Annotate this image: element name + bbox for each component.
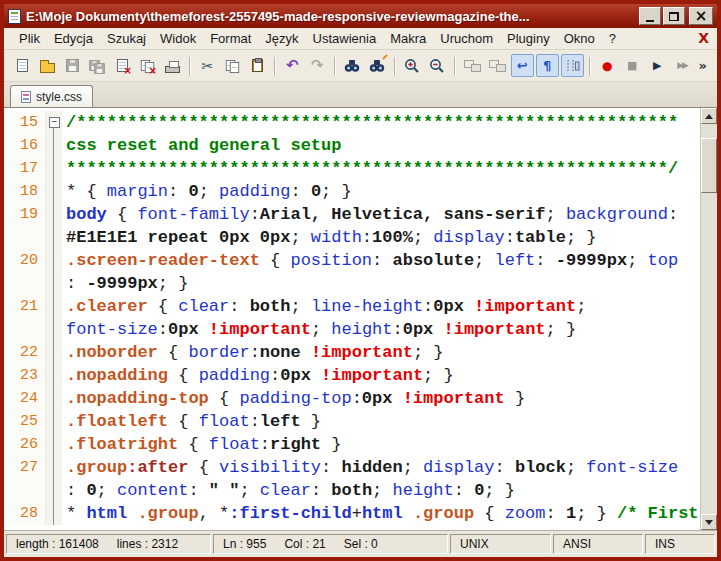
binoculars-replace-icon (369, 58, 385, 73)
zoom-out-button[interactable] (426, 54, 449, 77)
line-number[interactable]: 25 (4, 410, 46, 433)
line-number[interactable]: 27 (4, 456, 46, 479)
sync-horizontal-scroll-button[interactable] (486, 54, 509, 77)
code-text[interactable]: .noborder { border:none !important; } (62, 341, 700, 364)
line-number[interactable]: 15 (4, 111, 46, 134)
scroll-up-button[interactable] (701, 108, 717, 124)
line-number[interactable] (4, 479, 46, 502)
close-file-button[interactable]: × (111, 54, 134, 77)
playback-macro-button[interactable]: ▶ (646, 54, 669, 77)
redo-arrow-icon: ↷ (311, 58, 324, 73)
menu-item-ustawienia[interactable]: Ustawienia (306, 29, 384, 48)
app-icon[interactable] (8, 9, 21, 24)
toolbar-overflow-button[interactable]: » (695, 59, 711, 72)
save-all-button[interactable] (86, 54, 109, 77)
menu-item-pluginy[interactable]: Pluginy (500, 29, 557, 48)
start-recording-button[interactable]: ● (596, 54, 619, 77)
line-number[interactable] (4, 226, 46, 249)
line-number[interactable] (4, 272, 46, 295)
toolbar-separator (189, 57, 191, 75)
code-text[interactable]: #E1E1E1 repeat 0px 0px; width:100%; disp… (62, 226, 700, 249)
code-text[interactable]: .floatright { float:right } (62, 433, 700, 456)
paste-button[interactable] (246, 54, 269, 77)
cut-button[interactable]: ✂ (196, 54, 219, 77)
restore-button[interactable] (663, 7, 685, 25)
fold-guide (46, 249, 62, 272)
undo-button[interactable]: ↶ (281, 54, 304, 77)
new-file-button[interactable] (11, 54, 34, 77)
replace-button[interactable] (366, 54, 389, 77)
close-all-button[interactable]: × (136, 54, 159, 77)
scroll-down-button[interactable] (701, 514, 717, 530)
status-eol-label: UNIX (460, 537, 489, 551)
line-number[interactable]: 28 (4, 502, 46, 525)
line-number[interactable]: 26 (4, 433, 46, 456)
redo-button[interactable]: ↷ (306, 54, 329, 77)
line-number[interactable]: 18 (4, 180, 46, 203)
code-area[interactable]: 15−/************************************… (4, 108, 700, 530)
line-number[interactable]: 19 (4, 203, 46, 226)
close-all-icon: × (140, 57, 155, 74)
toolbar-separator (589, 57, 591, 75)
sync-vertical-scroll-button[interactable] (461, 54, 484, 77)
copy-button[interactable] (221, 54, 244, 77)
close-button[interactable]: × (689, 7, 713, 25)
show-indent-guide-button[interactable] (561, 54, 584, 77)
open-folder-icon (40, 59, 55, 73)
code-text[interactable]: .group:after { visibility: hidden; displ… (62, 456, 700, 479)
zoom-in-button[interactable] (401, 54, 424, 77)
minimize-icon (646, 20, 654, 22)
menu-item-szukaj[interactable]: Szukaj (100, 29, 153, 48)
code-text[interactable]: css reset and general setup (62, 134, 700, 157)
code-text[interactable]: * html .group, *:first-child+html .group… (62, 502, 700, 525)
code-text[interactable]: font-size:0px !important; height:0px !im… (62, 318, 700, 341)
code-text[interactable]: : 0; content: " "; clear: both; height: … (62, 479, 700, 502)
code-text[interactable]: body { font-family:Arial, Helvetica, san… (62, 203, 700, 226)
line-number[interactable]: 22 (4, 341, 46, 364)
scrollbar-track[interactable] (701, 124, 717, 514)
menu-item-format[interactable]: Format (203, 29, 258, 48)
code-text[interactable]: .clearer { clear: both; line-height:0px … (62, 295, 700, 318)
toolbar-separator (274, 57, 276, 75)
fold-guide (46, 157, 62, 180)
scrollbar-thumb[interactable] (701, 138, 717, 193)
code-text[interactable]: * { margin: 0; padding: 0; } (62, 180, 700, 203)
print-button[interactable] (161, 54, 184, 77)
code-text[interactable]: .screen-reader-text { position: absolute… (62, 249, 700, 272)
tab-style-css[interactable]: style.css (10, 85, 93, 107)
line-number[interactable]: 21 (4, 295, 46, 318)
code-text[interactable]: ****************************************… (62, 157, 700, 180)
code-text[interactable]: .floatleft { float:left } (62, 410, 700, 433)
fold-collapse-icon[interactable]: − (46, 111, 62, 134)
menu-item-plik[interactable]: Plik (12, 29, 47, 48)
vertical-scrollbar[interactable] (700, 108, 717, 530)
code-row: 24.nopadding-top { padding-top:0px !impo… (4, 387, 700, 410)
code-text[interactable]: /***************************************… (62, 111, 700, 134)
menu-item-edycja[interactable]: Edycja (47, 29, 100, 48)
code-text[interactable]: .nopadding { padding:0px !important; } (62, 364, 700, 387)
save-button[interactable] (61, 54, 84, 77)
menu-item-help[interactable]: ? (602, 29, 623, 48)
code-text[interactable]: .nopadding-top { padding-top:0px !import… (62, 387, 700, 410)
line-number[interactable]: 20 (4, 249, 46, 272)
menu-item-okno[interactable]: Okno (557, 29, 602, 48)
minimize-button[interactable] (639, 7, 661, 25)
line-number[interactable]: 24 (4, 387, 46, 410)
line-number[interactable]: 16 (4, 134, 46, 157)
line-number[interactable] (4, 318, 46, 341)
line-number[interactable]: 17 (4, 157, 46, 180)
line-number[interactable]: 23 (4, 364, 46, 387)
menu-item-widok[interactable]: Widok (153, 29, 203, 48)
code-text[interactable]: : -9999px; } (62, 272, 700, 295)
menu-item-uruchom[interactable]: Uruchom (433, 29, 500, 48)
find-button[interactable] (341, 54, 364, 77)
menu-item-makra[interactable]: Makra (383, 29, 433, 48)
close-document-button[interactable]: X (698, 30, 709, 46)
run-macro-multiple-button[interactable]: ▶▶ (671, 54, 694, 77)
fold-guide (46, 433, 62, 456)
show-all-characters-button[interactable]: ¶ (536, 54, 559, 77)
stop-recording-button[interactable]: ■ (621, 54, 644, 77)
open-file-button[interactable] (36, 54, 59, 77)
word-wrap-button[interactable]: ↩ (511, 54, 534, 77)
menu-item-jezyk[interactable]: Język (258, 29, 305, 48)
